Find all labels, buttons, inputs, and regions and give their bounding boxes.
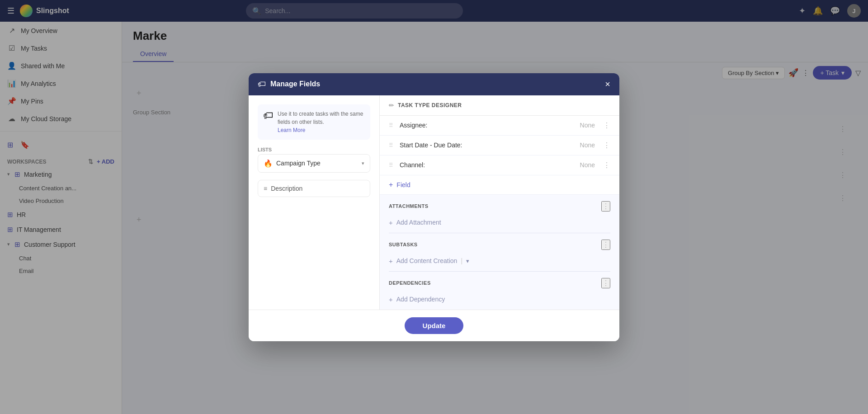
modal-right-panel: ✏ TASK TYPE DESIGNER ⠿ Assignee: None ⋮ … xyxy=(380,95,619,310)
description-icon: ≡ xyxy=(264,185,267,192)
attachments-header: ATTACHMENTS ⋮ xyxy=(380,195,619,215)
attachments-section: ATTACHMENTS ⋮ + Add Attachment xyxy=(380,195,619,233)
field-row-start-due-date: ⠿ Start Date - Due Date: None ⋮ xyxy=(380,136,619,155)
modal-header: 🏷 Manage Fields × xyxy=(249,73,619,95)
modal-left-panel: 🏷 Use it to create tasks with the same f… xyxy=(249,95,380,310)
modal-overlay[interactable]: 🏷 Manage Fields × 🏷 Use it to create tas… xyxy=(0,0,868,414)
plus-icon: + xyxy=(389,181,393,189)
modal-header-icon: 🏷 xyxy=(258,80,266,89)
modal-hint: 🏷 Use it to create tasks with the same f… xyxy=(258,104,370,140)
dependencies-header: DEPENDENCIES ⋮ xyxy=(380,272,619,292)
field-name: Channel: xyxy=(400,161,576,169)
field-more-button[interactable]: ⋮ xyxy=(603,141,610,150)
chevron-down-icon: ▾ xyxy=(362,160,364,166)
manage-fields-modal: 🏷 Manage Fields × 🏷 Use it to create tas… xyxy=(249,73,619,341)
chevron-down-icon[interactable]: ▾ xyxy=(466,258,469,264)
subtasks-header: SUBTASKS ⋮ xyxy=(380,233,619,254)
subtasks-more-button[interactable]: ⋮ xyxy=(601,240,610,250)
plus-icon: + xyxy=(389,296,393,303)
drag-handle-icon[interactable]: ⠿ xyxy=(389,162,393,169)
subtasks-section: SUBTASKS ⋮ + Add Content Creation | ▾ xyxy=(380,233,619,271)
workspace-list-item[interactable]: 🔥 Campaign Type ▾ xyxy=(258,154,370,173)
field-value: None xyxy=(580,161,595,169)
field-row-assignee: ⠿ Assignee: None ⋮ xyxy=(380,116,619,136)
add-field-label: Field xyxy=(396,181,410,188)
attachments-label: ATTACHMENTS xyxy=(389,203,429,209)
add-dependency-label: Add Dependency xyxy=(396,296,445,303)
field-more-button[interactable]: ⋮ xyxy=(603,161,610,169)
field-name: Assignee: xyxy=(400,122,576,129)
add-attachment-row[interactable]: + Add Attachment xyxy=(380,215,619,233)
learn-more-link[interactable]: Learn More xyxy=(278,127,305,133)
plus-icon: + xyxy=(389,257,393,265)
field-item-label: Description xyxy=(271,185,302,192)
add-dependency-row[interactable]: + Add Dependency xyxy=(380,292,619,310)
task-type-title: TASK TYPE DESIGNER xyxy=(398,102,462,108)
hint-text: Use it to create tasks with the same fie… xyxy=(278,110,365,134)
lists-section: LISTS 🔥 Campaign Type ▾ xyxy=(258,147,370,173)
modal-title: Manage Fields xyxy=(270,80,600,88)
list-item-label: Campaign Type xyxy=(276,160,321,167)
drag-handle-icon[interactable]: ⠿ xyxy=(389,142,393,149)
field-name: Start Date - Due Date: xyxy=(400,141,576,149)
update-button[interactable]: Update xyxy=(405,317,464,334)
field-value: None xyxy=(580,122,595,129)
task-type-header: ✏ TASK TYPE DESIGNER xyxy=(380,95,619,116)
add-subtask-row[interactable]: + Add Content Creation | ▾ xyxy=(380,254,619,271)
vertical-divider: | xyxy=(461,257,462,264)
lists-label: LISTS xyxy=(258,147,370,152)
plus-icon: + xyxy=(389,219,393,226)
add-attachment-label: Add Attachment xyxy=(396,219,441,226)
list-icon: 🔥 xyxy=(264,159,273,168)
add-subtask-label: Add Content Creation xyxy=(396,257,458,264)
dependencies-more-button[interactable]: ⋮ xyxy=(601,278,610,288)
modal-close-button[interactable]: × xyxy=(605,80,610,89)
dependencies-section: DEPENDENCIES ⋮ + Add Dependency xyxy=(380,272,619,310)
modal-body: 🏷 Use it to create tasks with the same f… xyxy=(249,95,619,310)
hint-icon: 🏷 xyxy=(263,110,273,122)
add-field-button[interactable]: + Field xyxy=(380,175,619,195)
modal-footer: Update xyxy=(249,310,619,341)
edit-icon: ✏ xyxy=(389,102,394,109)
description-field-item[interactable]: ≡ Description xyxy=(258,180,370,197)
drag-handle-icon[interactable]: ⠿ xyxy=(389,122,393,129)
subtasks-label: SUBTASKS xyxy=(389,242,418,247)
field-more-button[interactable]: ⋮ xyxy=(603,121,610,130)
dependencies-label: DEPENDENCIES xyxy=(389,280,431,286)
attachments-more-button[interactable]: ⋮ xyxy=(601,201,610,212)
field-row-channel: ⠿ Channel: None ⋮ xyxy=(380,155,619,175)
field-value: None xyxy=(580,141,595,149)
